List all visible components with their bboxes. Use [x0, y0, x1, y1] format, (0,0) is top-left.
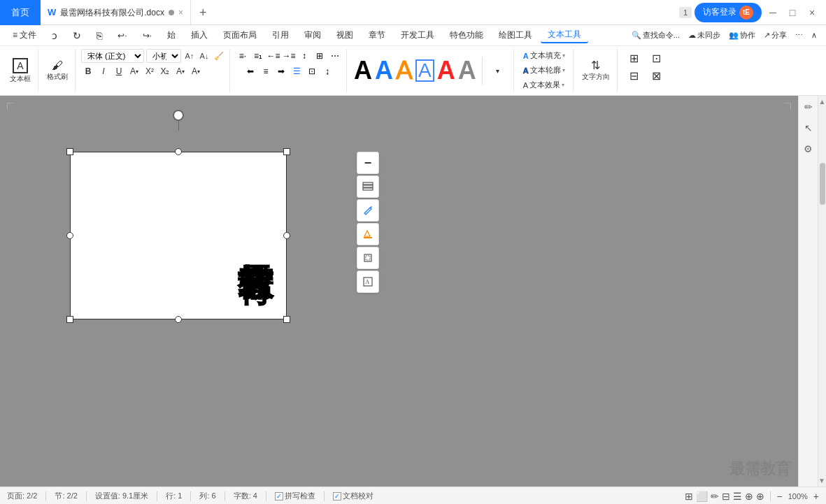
- resize-handle-tl[interactable]: [66, 148, 73, 155]
- close-button[interactable]: ×: [804, 4, 820, 21]
- text-effect-button[interactable]: A 文本效果 ▾: [520, 78, 568, 92]
- highlight-button[interactable]: A▾: [173, 64, 187, 78]
- new-tab-button[interactable]: +: [191, 0, 215, 25]
- extra-view-button2[interactable]: ⊕: [756, 491, 764, 502]
- share-button[interactable]: ↗ 分享: [760, 29, 790, 42]
- textbox-inner[interactable]: 最需教育: [70, 152, 287, 319]
- float-btn-text[interactable]: A: [357, 271, 379, 293]
- doc-canvas[interactable]: 最需教育 −: [0, 96, 798, 487]
- columns-button[interactable]: ⊞: [313, 49, 327, 63]
- text-style-red[interactable]: A: [437, 58, 455, 83]
- resize-handle-mr[interactable]: [283, 232, 290, 239]
- doc-align-checkbox[interactable]: [333, 492, 341, 501]
- subscript-button[interactable]: X₂: [158, 64, 172, 78]
- strikethrough-button[interactable]: A▾: [189, 64, 203, 78]
- text-fill-button[interactable]: A 文本填充 ▾: [520, 49, 569, 62]
- v-scrollbar[interactable]: ▲ ▼: [818, 96, 826, 487]
- resize-handle-tr[interactable]: [283, 148, 290, 155]
- doc-tab[interactable]: W 最需网络科技有限公司.docx ×: [41, 0, 191, 25]
- font-size-increase[interactable]: A↑: [183, 50, 196, 62]
- page-view-button[interactable]: ⬜: [696, 491, 708, 502]
- list-number-button[interactable]: ≡₁: [251, 49, 265, 63]
- tab-chapter[interactable]: 章节: [362, 28, 392, 43]
- zoom-in-button[interactable]: +: [813, 491, 819, 502]
- format-brush-button[interactable]: 🖌 格式刷: [44, 59, 71, 83]
- tab-page-layout[interactable]: 页面布局: [216, 28, 264, 43]
- collab-button[interactable]: 👥 协作: [725, 29, 759, 42]
- float-btn-minus[interactable]: −: [357, 152, 379, 174]
- float-btn-fill[interactable]: [357, 223, 379, 245]
- edit-mode-button[interactable]: ✏: [711, 491, 719, 502]
- float-btn-edit[interactable]: [357, 199, 379, 222]
- float-btn-border[interactable]: [357, 247, 379, 269]
- underline-button[interactable]: U: [112, 64, 126, 78]
- float-btn-layout[interactable]: [357, 175, 379, 198]
- spell-check-checkbox[interactable]: [275, 492, 283, 501]
- text-style-orange[interactable]: A: [396, 58, 413, 83]
- text-fill-dropdown[interactable]: ▾: [562, 52, 565, 59]
- tab-review[interactable]: 审阅: [297, 28, 328, 43]
- sync-status-button[interactable]: ☁ 未同步: [685, 29, 724, 42]
- text-outline-dropdown[interactable]: ▾: [562, 67, 565, 73]
- zoom-out-button[interactable]: −: [776, 491, 782, 502]
- spell-check-toggle[interactable]: 拼写检查: [275, 491, 315, 501]
- align-center-button[interactable]: ≡: [259, 64, 273, 78]
- layout-icon4[interactable]: ⊠: [647, 68, 667, 84]
- font-family-select[interactable]: 宋体 (正文): [81, 49, 144, 63]
- line-spacing-button[interactable]: ↨: [320, 64, 334, 78]
- superscript-button[interactable]: X²: [143, 64, 157, 78]
- indent-decrease-button[interactable]: ←≡: [266, 49, 280, 63]
- align-justify-button[interactable]: ☰: [290, 64, 304, 78]
- scroll-thumb[interactable]: [820, 163, 825, 205]
- outline-view-button[interactable]: ☰: [733, 491, 742, 502]
- tab-start[interactable]: 始: [160, 28, 183, 43]
- scroll-down-button[interactable]: ▼: [818, 475, 826, 486]
- resize-handle-tm[interactable]: [175, 148, 182, 155]
- text-style-gray[interactable]: A: [458, 58, 476, 83]
- more-menu-button[interactable]: ⋯: [792, 29, 806, 41]
- tab-undo1[interactable]: ↄ: [45, 29, 64, 43]
- align-left-button[interactable]: ⬅: [243, 64, 257, 78]
- ribbon-collapse-button[interactable]: ∧: [808, 29, 820, 41]
- font-color-button[interactable]: A▾: [127, 64, 141, 78]
- maximize-button[interactable]: □: [784, 4, 801, 21]
- resize-handle-bl[interactable]: [66, 316, 73, 323]
- close-tab-button[interactable]: ×: [178, 0, 183, 25]
- more-styles-button[interactable]: ▾: [488, 66, 508, 76]
- minimize-button[interactable]: ─: [764, 4, 781, 21]
- sidebar-icon-cursor[interactable]: ↖: [800, 120, 817, 136]
- layout-icon3[interactable]: ⊟: [625, 68, 644, 84]
- scroll-up-button[interactable]: ▲: [819, 96, 826, 107]
- align-right-button[interactable]: ➡: [274, 64, 288, 78]
- tab-special[interactable]: 特色功能: [443, 28, 490, 43]
- more-para-button[interactable]: ⋯: [328, 49, 342, 63]
- tab-text-tools[interactable]: 文本工具: [541, 27, 588, 43]
- text-direction-button[interactable]: ⇅ 文字方向: [579, 59, 613, 83]
- font-size-decrease[interactable]: A↓: [198, 50, 211, 62]
- resize-handle-ml[interactable]: [66, 232, 73, 239]
- sidebar-icon-pen[interactable]: ✏: [800, 99, 817, 115]
- doc-align-toggle[interactable]: 文档校对: [333, 491, 373, 501]
- tab-undo2[interactable]: ↩·: [111, 29, 134, 42]
- textframe-button[interactable]: A 文本框: [7, 57, 34, 85]
- tab-draw-tools[interactable]: 绘图工具: [492, 28, 539, 43]
- rotate-handle[interactable]: [173, 110, 184, 121]
- text-outline-button[interactable]: A 文本轮廓 ▾: [520, 64, 569, 77]
- layout-icon1[interactable]: ⊞: [625, 50, 644, 66]
- sidebar-icon-settings[interactable]: ⚙: [800, 141, 817, 157]
- indent-increase-button[interactable]: →≡: [282, 49, 296, 63]
- fit-page-button[interactable]: ⊞: [685, 491, 693, 502]
- italic-button[interactable]: I: [97, 64, 111, 78]
- resize-handle-bm[interactable]: [175, 316, 182, 323]
- tab-file[interactable]: ≡ 文件: [6, 28, 43, 43]
- list-bullet-button[interactable]: ≡·: [236, 49, 250, 63]
- text-style-blue-outline[interactable]: A: [415, 59, 434, 82]
- tab-view[interactable]: 视图: [329, 28, 360, 43]
- tab-insert[interactable]: 插入: [184, 28, 215, 43]
- grid-view-button[interactable]: ⊟: [722, 491, 730, 502]
- tab-dev-tools[interactable]: 开发工具: [394, 28, 441, 43]
- text-style-black[interactable]: A: [354, 58, 372, 83]
- clear-format-button[interactable]: 🧹: [213, 50, 225, 62]
- tab-copy[interactable]: ⎘: [90, 29, 109, 43]
- text-style-blue[interactable]: A: [375, 58, 393, 83]
